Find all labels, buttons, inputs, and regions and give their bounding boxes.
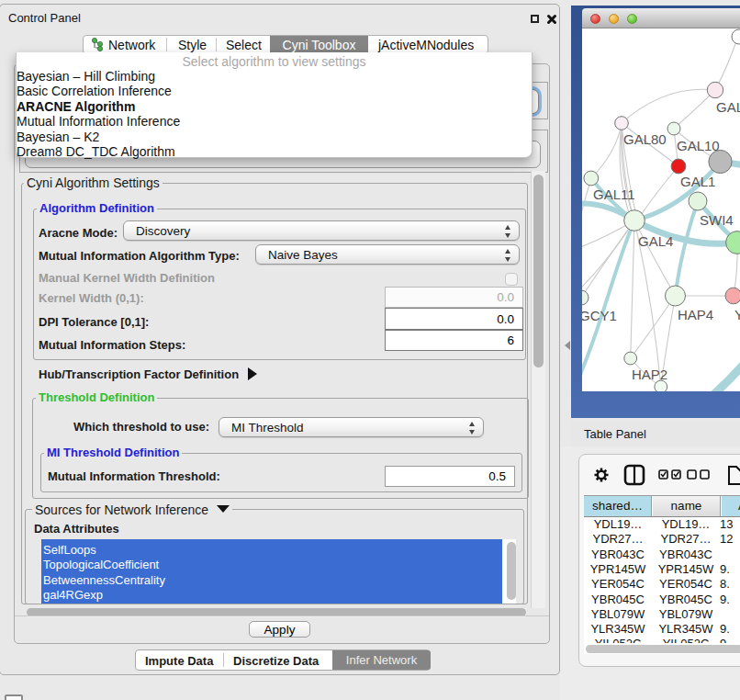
svg-text:GAL: GAL (716, 99, 740, 115)
svg-text:Y: Y (734, 307, 740, 322)
svg-text:GAL1: GAL1 (680, 174, 715, 189)
svg-text:GAL11: GAL11 (593, 186, 635, 202)
svg-text:SWI4: SWI4 (700, 212, 734, 228)
svg-text:GAL10: GAL10 (677, 138, 720, 153)
svg-text:GAL80: GAL80 (623, 131, 667, 147)
svg-text:GCY1: GCY1 (582, 308, 617, 323)
svg-text:HAP2: HAP2 (632, 367, 667, 382)
svg-text:HAP4: HAP4 (678, 307, 713, 322)
svg-text:GAL4: GAL4 (638, 233, 673, 249)
